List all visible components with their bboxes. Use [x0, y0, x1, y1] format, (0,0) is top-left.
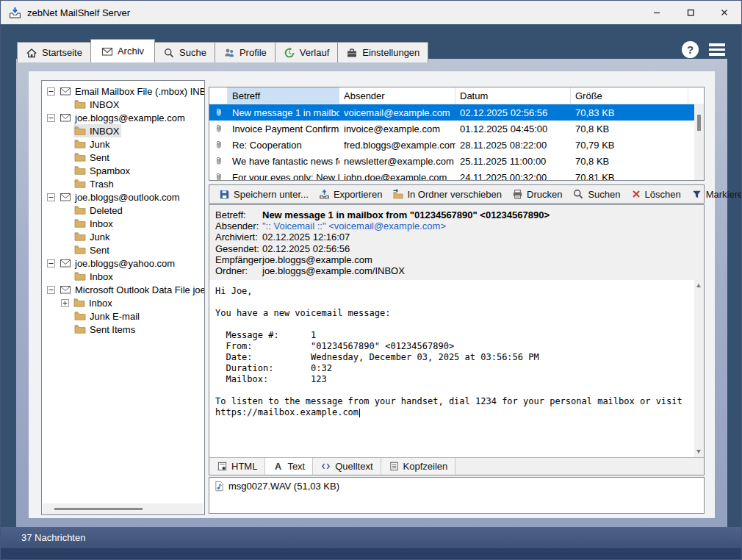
scrollbar-thumb[interactable] — [54, 508, 143, 510]
window-title: zebNet MailShelf Server — [27, 7, 130, 18]
scroll-down-arrow-icon[interactable] — [696, 450, 701, 453]
view-tab-text[interactable]: AText — [265, 458, 313, 475]
minimize-button[interactable] — [640, 1, 674, 24]
tree-item-deleted[interactable]: Deleted — [42, 204, 204, 217]
column-header-Größe[interactable]: Größe — [571, 87, 688, 104]
message-row[interactable]: Re: Cooperationfred.bloggs@example.com28… — [209, 137, 704, 153]
tree-item-microsoft-outlook-data-file-joe-bl[interactable]: Microsoft Outlook Data File joe.bl — [42, 283, 204, 296]
mailbox-icon — [60, 191, 71, 203]
detail-value: joe.bloggs@example.com — [262, 254, 372, 265]
toolbar-button-label: Suchen — [588, 189, 620, 200]
envelope-icon — [101, 46, 113, 57]
maximize-button[interactable] — [674, 1, 707, 24]
tree-horizontal-scrollbar[interactable] — [43, 503, 203, 514]
tree-item-junk[interactable]: Junk — [42, 137, 204, 151]
attachment-cell — [209, 140, 228, 150]
tree-item-label: Junk — [90, 231, 109, 243]
tree-item-inbox[interactable]: Inbox — [42, 270, 204, 283]
tab-label: Suche — [179, 47, 206, 58]
detail-value[interactable]: ":: Voicemail ::" <voicemail@example.com… — [262, 220, 446, 231]
home-icon — [26, 47, 37, 59]
frame-bottom-band — [1, 548, 741, 560]
tab-einstellungen[interactable]: Einstellungen — [337, 42, 428, 62]
message-body-area: Hi Joe, You have a new voicemail message… — [209, 280, 704, 457]
move-folder-icon — [392, 189, 403, 200]
toolbar-button-speichern-unter[interactable]: Speichern unter... — [214, 186, 314, 202]
message-details: Betreff:New message 1 in mailbox from "0… — [209, 205, 704, 280]
tree-item-junk-e-mail[interactable]: Junk E-mail — [42, 309, 204, 323]
tree-item-junk[interactable]: Junk — [42, 230, 204, 243]
tree-item-joe-bloggs-outlook-com[interactable]: joe.bloggs@outlook.com — [42, 190, 204, 204]
message-row[interactable]: Invoice Payment Confirma...invoice@examp… — [209, 121, 704, 137]
menu-button[interactable] — [709, 43, 725, 56]
tab-verlauf[interactable]: Verlauf — [275, 42, 338, 62]
folder-icon — [74, 151, 86, 163]
tree-item-inbox[interactable]: INBOX — [42, 98, 204, 111]
toolbar-button-suchen[interactable]: Suchen — [567, 186, 625, 202]
sender-cell: john.doe@example.com — [339, 172, 455, 182]
expand-minus-icon[interactable] — [47, 114, 55, 122]
tree-item-trash[interactable]: Trash — [42, 177, 204, 190]
column-header-Absender[interactable]: Absender — [339, 87, 455, 104]
attachment-item[interactable]: msg0027.WAV (51,03 KB) — [214, 481, 339, 492]
tab-startseite[interactable]: Startseite — [17, 42, 91, 62]
date-cell: 28.11.2025 08:22:00 — [455, 140, 571, 151]
expand-minus-icon[interactable] — [47, 286, 55, 294]
source-view-icon — [320, 461, 331, 472]
detail-row: Betreff:New message 1 in mailbox from "0… — [215, 209, 704, 220]
tree-item-content: joe.bloggs@yahoo.com — [59, 256, 177, 270]
column-header-Betreff[interactable]: Betreff — [228, 87, 339, 104]
message-row[interactable]: For your eyes only: New ke...john.doe@ex… — [209, 169, 704, 181]
list-vertical-scrollbar[interactable] — [694, 104, 704, 180]
message-row[interactable]: We have fantastic news for...newsletter@… — [209, 153, 704, 169]
detail-label: Ordner: — [215, 265, 262, 276]
tab-suche[interactable]: Suche — [154, 42, 215, 62]
tree-item-sent[interactable]: Sent — [42, 243, 204, 256]
view-tab-html[interactable]: HTML — [209, 458, 265, 475]
tree-item-label: Sent — [90, 245, 109, 256]
maximize-icon — [685, 7, 696, 18]
printer-icon — [512, 189, 523, 200]
tree-item-spambox[interactable]: Spambox — [42, 164, 204, 177]
expand-plus-icon[interactable] — [61, 299, 69, 307]
scroll-up-arrow-icon[interactable] — [696, 284, 701, 287]
text-caret — [359, 409, 360, 417]
body-vertical-scrollbar[interactable] — [694, 280, 704, 457]
folder-icon — [74, 165, 86, 176]
message-row[interactable]: New message 1 in mailbox ...voicemail@ex… — [209, 104, 704, 121]
help-button[interactable]: ? — [682, 41, 699, 58]
save-icon — [219, 189, 230, 200]
preview-toolbar: Speichern unter...ExportierenIn Ordner v… — [209, 184, 705, 204]
scrollbar-thumb[interactable] — [697, 115, 701, 131]
tree-item-sent[interactable]: Sent — [42, 151, 204, 164]
toolbar-button-in-ordner-verschieben[interactable]: In Ordner verschieben — [387, 186, 507, 202]
sender-cell: fred.bloggs@example.com — [339, 140, 455, 151]
tab-archiv[interactable]: Archiv — [90, 39, 155, 62]
expand-minus-icon[interactable] — [47, 87, 55, 96]
tree-item-joe-bloggs-yahoo-com[interactable]: joe.bloggs@yahoo.com — [42, 256, 204, 270]
tree-item-label: Deleted — [90, 205, 123, 216]
expand-minus-icon[interactable] — [47, 193, 55, 201]
folder-icon — [74, 323, 86, 335]
toolbar-button-exportieren[interactable]: Exportieren — [314, 186, 387, 202]
expand-minus-icon[interactable] — [47, 259, 55, 268]
toolbar-button-löschen[interactable]: Löschen — [626, 186, 686, 202]
tree-item-label: joe.bloggs@yahoo.com — [75, 258, 175, 269]
tree-item-inbox[interactable]: Inbox — [42, 217, 204, 230]
view-tab-kopfzeilen[interactable]: Kopfzeilen — [381, 458, 456, 475]
tree-item-joe-bloggs-example-com[interactable]: joe.bloggs@example.com — [42, 111, 204, 124]
column-header-Datum[interactable]: Datum — [455, 87, 571, 104]
tab-profile[interactable]: Profile — [215, 42, 275, 62]
column-header-icon[interactable] — [209, 87, 228, 104]
toolbar-button-drucken[interactable]: Drucken — [507, 186, 567, 202]
toolbar-button-markieren[interactable]: Markieren — [686, 186, 742, 202]
detail-label: Archiviert: — [215, 231, 262, 243]
tree-item-email-mailbox-file-mbox-inbox[interactable]: Email Mailbox File (.mbox) INBOX — [42, 85, 204, 98]
tree-item-inbox[interactable]: INBOX — [42, 124, 204, 137]
view-tab-quelltext[interactable]: Quelltext — [313, 458, 381, 475]
tree-item-sent-items[interactable]: Sent Items — [42, 323, 204, 336]
tree-item-inbox[interactable]: Inbox — [42, 296, 204, 309]
close-button[interactable] — [707, 1, 741, 24]
tree-item-content: joe.bloggs@outlook.com — [59, 190, 182, 204]
detail-value: New message 1 in mailbox from "012345678… — [262, 209, 550, 220]
